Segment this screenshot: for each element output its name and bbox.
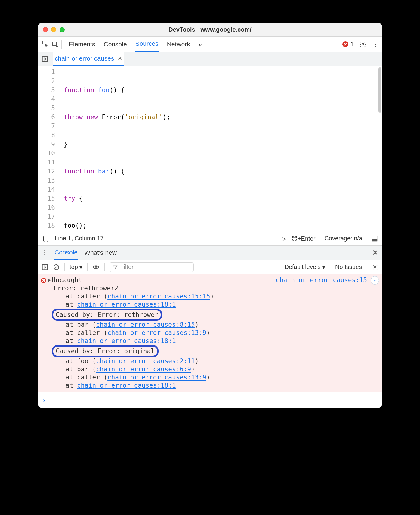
svg-rect-6 bbox=[372, 239, 377, 241]
navigator-toggle-icon[interactable] bbox=[41, 55, 49, 63]
tabs-overflow-button[interactable]: » bbox=[199, 37, 202, 52]
console-prompt[interactable]: › bbox=[38, 392, 382, 408]
svg-point-3 bbox=[362, 43, 364, 45]
tab-sources[interactable]: Sources bbox=[135, 37, 159, 52]
devtools-window: DevTools - www.google.com/ Elements Cons… bbox=[38, 23, 382, 408]
console-toolbar: top ▾ Filter Default levels ▾ No Issues bbox=[38, 260, 382, 274]
run-shortcut-label: ⌘+Enter bbox=[292, 235, 315, 242]
expand-toggle-icon[interactable] bbox=[48, 279, 51, 282]
drawer-tabs: ⋮ Console What's new ✕ bbox=[38, 245, 382, 260]
stack-link[interactable]: chain or error causes:13:9 bbox=[107, 374, 206, 381]
zoom-window-button[interactable] bbox=[60, 27, 65, 32]
drawer-tab-whatsnew[interactable]: What's new bbox=[84, 246, 117, 260]
stack-frame: at chain or error causes:18:1 bbox=[41, 301, 379, 309]
console-settings-gear-icon[interactable] bbox=[372, 264, 378, 270]
file-tab-name: chain or error causes bbox=[55, 55, 114, 62]
console-message-error: chain or error causes:15 ✦ Uncaught Erro… bbox=[38, 274, 382, 392]
settings-gear-icon[interactable] bbox=[359, 41, 366, 48]
svg-point-9 bbox=[95, 266, 97, 268]
minimize-window-button[interactable] bbox=[51, 27, 56, 32]
prompt-chevron-icon: › bbox=[42, 397, 46, 404]
ai-insight-icon[interactable]: ✦ bbox=[371, 276, 379, 285]
live-expression-icon[interactable] bbox=[92, 264, 100, 271]
tab-network[interactable]: Network bbox=[167, 37, 190, 52]
window-title: DevTools - www.google.com/ bbox=[38, 26, 382, 33]
caused-by-highlight: Caused by: Error: rethrower bbox=[52, 309, 162, 321]
dock-side-icon[interactable] bbox=[371, 235, 378, 242]
scrollbar-thumb[interactable] bbox=[378, 67, 381, 113]
clear-console-icon[interactable] bbox=[53, 264, 60, 270]
file-tab-close-icon[interactable]: ✕ bbox=[118, 55, 122, 62]
titlebar: DevTools - www.google.com/ bbox=[38, 23, 382, 37]
file-tab-active[interactable]: chain or error causes ✕ bbox=[53, 52, 124, 66]
more-menu-icon[interactable]: ⋮ bbox=[372, 40, 379, 48]
traffic-lights bbox=[43, 27, 65, 32]
inspect-element-icon[interactable] bbox=[41, 40, 49, 48]
stack-frame: at caller (chain or error causes:13:9) bbox=[41, 373, 379, 382]
stack-link[interactable]: chain or error causes:15:15 bbox=[107, 293, 210, 300]
close-window-button[interactable] bbox=[43, 27, 48, 32]
context-selector[interactable]: top ▾ bbox=[69, 264, 82, 271]
device-toolbar-icon[interactable] bbox=[51, 40, 60, 48]
stack-frame: at bar (chain or error causes:8:15) bbox=[41, 321, 379, 329]
drawer-tab-console[interactable]: Console bbox=[54, 246, 78, 260]
source-link[interactable]: chain or error causes:15 bbox=[276, 276, 367, 284]
editor-status-bar: { } Line 1, Column 17 ▷ ⌘+Enter Coverage… bbox=[38, 231, 382, 245]
error-icon bbox=[41, 278, 46, 283]
pretty-print-icon[interactable]: { } bbox=[42, 235, 49, 242]
stack-link[interactable]: chain or error causes:2:11 bbox=[96, 357, 195, 365]
error-count: 1 bbox=[350, 41, 354, 48]
stack-frame: at chain or error causes:18:1 bbox=[41, 382, 379, 390]
stack-link[interactable]: chain or error causes:13:9 bbox=[107, 329, 206, 336]
error-count-badge[interactable]: 1 bbox=[342, 41, 354, 48]
error-message: Error: rethrower2 bbox=[41, 284, 379, 292]
svg-point-10 bbox=[374, 266, 376, 268]
run-snippet-icon[interactable]: ▷ bbox=[282, 235, 286, 242]
stack-link[interactable]: chain or error causes:18:1 bbox=[77, 301, 176, 308]
stack-frame: at foo (chain or error causes:2:11) bbox=[41, 357, 379, 365]
stack-link[interactable]: chain or error causes:6:9 bbox=[96, 366, 191, 373]
drawer-menu-icon[interactable]: ⋮ bbox=[42, 249, 48, 256]
stack-frame: at caller (chain or error causes:15:15) bbox=[41, 292, 379, 301]
stack-link[interactable]: chain or error causes:8:15 bbox=[96, 321, 195, 328]
issues-label[interactable]: No Issues bbox=[335, 264, 362, 270]
stack-link[interactable]: chain or error causes:18:1 bbox=[77, 337, 176, 345]
code-content[interactable]: function foo() { throw new Error('origin… bbox=[59, 66, 382, 231]
file-tabs-bar: chain or error causes ✕ bbox=[38, 52, 382, 66]
console-filter-input[interactable]: Filter bbox=[110, 262, 194, 272]
filter-icon bbox=[113, 265, 118, 270]
error-headline: Uncaught bbox=[52, 276, 82, 284]
panel-tabs-bar: Elements Console Sources Network » 1 ⋮ bbox=[38, 37, 382, 52]
line-gutter: 123 456 789 101112 131415 161718 bbox=[38, 66, 59, 231]
drawer-close-icon[interactable]: ✕ bbox=[372, 248, 378, 258]
filter-placeholder: Filter bbox=[120, 264, 133, 270]
stack-link[interactable]: chain or error causes:18:1 bbox=[77, 382, 176, 389]
tab-console[interactable]: Console bbox=[104, 37, 127, 52]
stack-frame: at bar (chain or error causes:6:9) bbox=[41, 365, 379, 373]
error-icon bbox=[342, 41, 348, 47]
code-editor[interactable]: 123 456 789 101112 131415 161718 functio… bbox=[38, 66, 382, 231]
stack-frame: at chain or error causes:18:1 bbox=[41, 337, 379, 345]
console-sidebar-toggle-icon[interactable] bbox=[42, 264, 48, 270]
cursor-position: Line 1, Column 17 bbox=[55, 235, 103, 242]
tab-elements[interactable]: Elements bbox=[69, 37, 95, 52]
log-levels-selector[interactable]: Default levels ▾ bbox=[284, 264, 325, 271]
coverage-label: Coverage: n/a bbox=[324, 235, 362, 242]
stack-frame: at caller (chain or error causes:13:9) bbox=[41, 329, 379, 337]
caused-by-highlight: Caused by: Error: original bbox=[52, 345, 159, 357]
